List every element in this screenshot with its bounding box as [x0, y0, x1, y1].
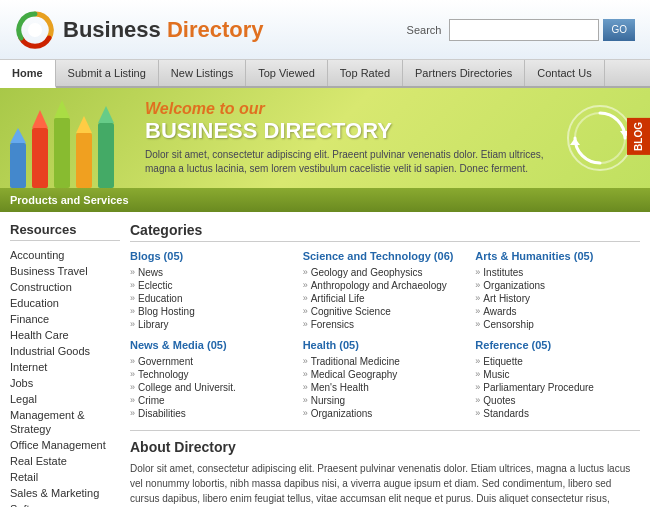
cat-title-science: Science and Technology (06): [303, 250, 468, 262]
hero-badge: BLOG: [627, 118, 650, 155]
cat-title-health: Health (05): [303, 339, 468, 351]
list-item[interactable]: Music: [475, 368, 640, 381]
list-item[interactable]: Geology and Geophysics: [303, 266, 468, 279]
list-item[interactable]: Legal: [10, 391, 120, 407]
site-title: Business Directory: [63, 17, 264, 43]
list-item[interactable]: News: [130, 266, 295, 279]
list-item[interactable]: Standards: [475, 407, 640, 420]
list-item[interactable]: Real Estate: [10, 453, 120, 469]
list-item[interactable]: Jobs: [10, 375, 120, 391]
list-item[interactable]: Construction: [10, 279, 120, 295]
categories-section: Categories Blogs (05) News Eclectic Educ…: [130, 222, 640, 420]
svg-point-12: [568, 106, 632, 170]
list-item[interactable]: Eclectic: [130, 279, 295, 292]
nav-item-contact[interactable]: Contact Us: [525, 60, 604, 86]
list-item[interactable]: Library: [130, 318, 295, 331]
list-item[interactable]: Crime: [130, 394, 295, 407]
hero-welcome: Welcome to our: [145, 100, 550, 118]
list-item[interactable]: Internet: [10, 359, 120, 375]
svg-marker-15: [570, 138, 580, 145]
list-item[interactable]: College and Universit.: [130, 381, 295, 394]
list-item[interactable]: Finance: [10, 311, 120, 327]
about-section: About Directory Dolor sit amet, consecte…: [130, 430, 640, 507]
list-item[interactable]: Health Care: [10, 327, 120, 343]
nav-item-submit[interactable]: Submit a Listing: [56, 60, 159, 86]
list-item[interactable]: Censorship: [475, 318, 640, 331]
svg-rect-10: [98, 123, 114, 188]
cat-block-arts: Arts & Humanities (05) Institutes Organi…: [475, 250, 640, 331]
list-item[interactable]: Art History: [475, 292, 640, 305]
cat-block-health: Health (05) Traditional Medicine Medical…: [303, 339, 468, 420]
nav-item-new[interactable]: New Listings: [159, 60, 246, 86]
list-item[interactable]: Industrial Goods: [10, 343, 120, 359]
about-heading: About Directory: [130, 439, 640, 455]
list-item[interactable]: Awards: [475, 305, 640, 318]
list-item[interactable]: Software: [10, 501, 120, 507]
svg-marker-7: [54, 100, 70, 118]
nav-item-top-viewed[interactable]: Top Viewed: [246, 60, 328, 86]
list-item[interactable]: Men's Health: [303, 381, 468, 394]
list-item[interactable]: Management & Strategy: [10, 407, 120, 437]
sidebar: Resources Accounting Business Travel Con…: [10, 222, 120, 507]
list-item[interactable]: Institutes: [475, 266, 640, 279]
content-area: Categories Blogs (05) News Eclectic Educ…: [130, 222, 640, 507]
list-item[interactable]: Sales & Marketing: [10, 485, 120, 501]
list-item[interactable]: Government: [130, 355, 295, 368]
main-content: Resources Accounting Business Travel Con…: [0, 212, 650, 507]
cat-block-science: Science and Technology (06) Geology and …: [303, 250, 468, 331]
list-item[interactable]: Medical Geography: [303, 368, 468, 381]
cat-block-news: News & Media (05) Government Technology …: [130, 339, 295, 420]
cat-title-reference: Reference (05): [475, 339, 640, 351]
list-item[interactable]: Disabilities: [130, 407, 295, 420]
cat-block-reference: Reference (05) Etiquette Music Parliamen…: [475, 339, 640, 420]
list-item[interactable]: Organizations: [303, 407, 468, 420]
header: Business Directory Search GO: [0, 0, 650, 60]
svg-marker-11: [98, 106, 114, 123]
svg-rect-2: [10, 143, 26, 188]
list-item[interactable]: Business Travel: [10, 263, 120, 279]
svg-rect-8: [76, 133, 92, 188]
nav-item-partners[interactable]: Partners Directories: [403, 60, 525, 86]
list-item[interactable]: Organizations: [475, 279, 640, 292]
products-bar-label: Products and Services: [10, 194, 129, 206]
list-item[interactable]: Traditional Medicine: [303, 355, 468, 368]
svg-marker-9: [76, 116, 92, 133]
hero-title: BUSINESS DIRECTORY: [145, 118, 550, 144]
svg-marker-3: [10, 128, 26, 143]
sidebar-heading: Resources: [10, 222, 120, 241]
list-item[interactable]: Parliamentary Procedure: [475, 381, 640, 394]
nav: Home Submit a Listing New Listings Top V…: [0, 60, 650, 88]
nav-item-home[interactable]: Home: [0, 60, 56, 88]
hero-banner: Welcome to our BUSINESS DIRECTORY Dolor …: [0, 88, 650, 188]
list-item[interactable]: Forensics: [303, 318, 468, 331]
svg-rect-4: [32, 128, 48, 188]
list-item[interactable]: Blog Hosting: [130, 305, 295, 318]
list-item[interactable]: Accounting: [10, 247, 120, 263]
list-item[interactable]: Retail: [10, 469, 120, 485]
about-text: Dolor sit amet, consectetur adipiscing e…: [130, 461, 640, 507]
svg-marker-5: [32, 110, 48, 128]
hero-text: Welcome to our BUSINESS DIRECTORY Dolor …: [130, 90, 565, 186]
cat-block-blogs: Blogs (05) News Eclectic Education Blog …: [130, 250, 295, 331]
logo-area: Business Directory: [15, 10, 264, 50]
cat-title-news: News & Media (05): [130, 339, 295, 351]
list-item[interactable]: Cognitive Science: [303, 305, 468, 318]
list-item[interactable]: Anthropology and Archaeology: [303, 279, 468, 292]
search-label: Search: [407, 24, 442, 36]
search-input[interactable]: [449, 19, 599, 41]
list-item[interactable]: Quotes: [475, 394, 640, 407]
svg-point-1: [28, 23, 42, 37]
list-item[interactable]: Education: [130, 292, 295, 305]
search-area: Search GO: [407, 19, 635, 41]
list-item[interactable]: Etiquette: [475, 355, 640, 368]
list-item[interactable]: Office Management: [10, 437, 120, 453]
hero-circle-icon: [565, 103, 635, 173]
list-item[interactable]: Technology: [130, 368, 295, 381]
list-item[interactable]: Nursing: [303, 394, 468, 407]
nav-item-top-rated[interactable]: Top Rated: [328, 60, 403, 86]
hero-arrows: [0, 88, 130, 188]
search-button[interactable]: GO: [603, 19, 635, 41]
list-item[interactable]: Artificial Life: [303, 292, 468, 305]
list-item[interactable]: Education: [10, 295, 120, 311]
hero-desc: Dolor sit amet, consectetur adipiscing e…: [145, 148, 550, 176]
